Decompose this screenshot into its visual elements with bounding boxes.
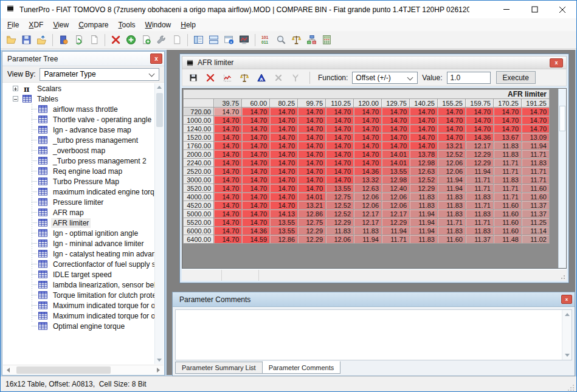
close-button[interactable] <box>548 1 576 18</box>
table-cell[interactable]: 14.70 <box>438 133 466 142</box>
resize-grip-icon[interactable] <box>567 384 575 391</box>
table-cell[interactable]: 11.60 <box>438 235 466 244</box>
tree-item[interactable]: Ign - mininal advance limiter <box>3 238 154 249</box>
table-cell[interactable]: 11.71 <box>522 176 550 184</box>
table-cell[interactable]: 14.70 <box>214 210 242 218</box>
table-cell[interactable]: 12.75 <box>298 218 326 227</box>
row-header[interactable]: 1520.00 <box>184 133 214 142</box>
structure-icon[interactable] <box>304 32 319 47</box>
refresh-page-icon[interactable] <box>71 32 86 47</box>
scroll-right-icon[interactable] <box>157 368 160 373</box>
tree-node-scalars[interactable]: πScalars <box>3 83 154 94</box>
table-cell[interactable]: 14.70 <box>242 150 270 159</box>
table-cell[interactable]: 14.70 <box>270 125 298 133</box>
table-cell[interactable]: 14.70 <box>214 142 242 150</box>
table-cell[interactable]: 12.52 <box>410 176 438 184</box>
table-cell[interactable]: 14.70 <box>466 116 494 125</box>
table-cell[interactable]: 14.70 <box>298 133 326 142</box>
table-cell[interactable]: 14.70 <box>214 159 242 167</box>
table-cell[interactable]: 14.70 <box>242 142 270 150</box>
table-cell[interactable]: 14.70 <box>326 108 354 116</box>
table-cell[interactable]: 14.70 <box>270 133 298 142</box>
menu-xdf[interactable]: XDF <box>24 19 48 31</box>
minimize-button[interactable] <box>492 1 520 18</box>
table-cell[interactable]: 13.55 <box>382 167 410 176</box>
row-header[interactable]: 6000.00 <box>184 227 214 235</box>
table-cell[interactable]: 12.29 <box>298 227 326 235</box>
table-cell[interactable]: 14.70 <box>298 125 326 133</box>
tree-horizontal-scrollbar[interactable] <box>3 365 164 374</box>
table-cell[interactable]: 14.70 <box>410 125 438 133</box>
table-cell[interactable]: 14.70 <box>382 116 410 125</box>
table-cell[interactable]: 14.70 <box>242 210 270 218</box>
execute-button[interactable]: Execute <box>496 71 536 84</box>
table-cell[interactable]: 12.63 <box>354 184 382 193</box>
scroll-down-icon[interactable] <box>157 359 162 362</box>
tree-item[interactable]: Ign - optimal ignition angle <box>3 228 154 238</box>
table-delete-icon[interactable] <box>202 70 218 85</box>
table-cell[interactable]: 14.70 <box>214 235 242 244</box>
table-cell[interactable]: 14.01 <box>382 159 410 167</box>
bin-file-icon[interactable] <box>56 32 71 47</box>
table-cell[interactable]: 14.70 <box>242 184 270 193</box>
table-cell[interactable]: 14.70 <box>298 108 326 116</box>
scroll-up-icon[interactable] <box>565 313 570 316</box>
table-cell[interactable]: 12.29 <box>382 218 410 227</box>
table-cell[interactable]: 14.70 <box>354 142 382 150</box>
table-cell[interactable]: 14.01 <box>298 193 326 201</box>
table-cell[interactable]: 13.55 <box>270 218 298 227</box>
table-cell[interactable]: 12.75 <box>326 193 354 201</box>
row-header[interactable]: 2240.00 <box>184 159 214 167</box>
table-cell[interactable]: 12.17 <box>354 218 382 227</box>
tree-item[interactable]: Correctionfactor of fuel supply system <box>3 259 154 269</box>
table-cell[interactable]: 14.70 <box>298 150 326 159</box>
table-cell[interactable]: 12.52 <box>326 210 354 218</box>
table-cell[interactable]: 14.36 <box>466 133 494 142</box>
table-cell[interactable]: 11.83 <box>438 201 466 210</box>
binary-view-icon[interactable]: 101011 <box>258 32 274 47</box>
table-cell[interactable]: 14.70 <box>214 116 242 125</box>
delete-icon[interactable] <box>108 32 123 47</box>
wrench-icon[interactable] <box>154 32 169 47</box>
table-cell[interactable]: 14.70 <box>494 125 522 133</box>
table-cell[interactable]: 14.70 <box>214 227 242 235</box>
table-cell[interactable]: 14.70 <box>242 176 270 184</box>
menu-help[interactable]: Help <box>176 19 201 31</box>
table-cell[interactable]: 14.70 <box>326 150 354 159</box>
comments-textarea[interactable] <box>175 309 572 360</box>
table-cell[interactable]: 11.71 <box>466 184 494 193</box>
table-cell[interactable]: 14.70 <box>298 167 326 176</box>
table-cell[interactable]: 11.71 <box>494 167 522 176</box>
table-cell[interactable]: 11.71 <box>466 176 494 184</box>
tree-item[interactable]: Torque limitation for clutch protection <box>3 290 154 300</box>
table-cell[interactable]: 12.06 <box>382 201 410 210</box>
split-view-icon[interactable] <box>206 32 221 47</box>
table-cell[interactable]: 12.06 <box>354 193 382 201</box>
tree-item[interactable]: Ign - advance base map <box>3 125 154 135</box>
table-cell[interactable]: 11.83 <box>438 193 466 201</box>
search-icon[interactable] <box>274 32 289 47</box>
table-cell[interactable]: 12.29 <box>298 235 326 244</box>
table-cell[interactable]: 11.83 <box>466 227 494 235</box>
table-cell[interactable]: 14.70 <box>354 133 382 142</box>
table-graph-icon[interactable] <box>219 70 235 85</box>
table-cell[interactable]: 11.94 <box>522 142 550 150</box>
col-header[interactable]: 60.00 <box>242 99 270 108</box>
scroll-down-icon[interactable] <box>565 354 570 357</box>
table-cell[interactable]: 14.70 <box>242 159 270 167</box>
afr-vertical-scrollbar[interactable] <box>558 89 566 268</box>
table-cell[interactable]: 14.70 <box>522 108 550 116</box>
table-cell[interactable]: 12.17 <box>382 210 410 218</box>
table-cell[interactable]: 13.78 <box>410 150 438 159</box>
table-cell[interactable]: 12.06 <box>382 193 410 201</box>
table-cell[interactable]: 14.13 <box>270 210 298 218</box>
table-cell[interactable]: 14.70 <box>270 142 298 150</box>
table-cell[interactable]: 13.09 <box>522 133 550 142</box>
table-cell[interactable]: 12.17 <box>466 142 494 150</box>
table-cell[interactable]: 13.55 <box>270 227 298 235</box>
table-cell[interactable]: 14.70 <box>242 108 270 116</box>
col-header[interactable]: 39.75 <box>214 99 242 108</box>
table-cell[interactable]: 14.36 <box>242 227 270 235</box>
compare-scales-icon[interactable] <box>289 32 304 47</box>
menu-compare[interactable]: Compare <box>74 19 113 31</box>
